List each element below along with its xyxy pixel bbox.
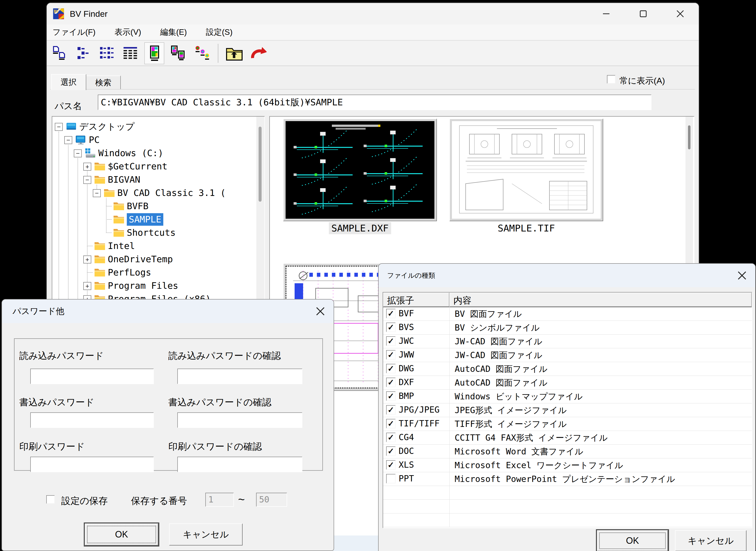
tree-item-sample[interactable]: SAMPLE	[52, 213, 264, 226]
tree-expander-minus-icon[interactable]: −	[74, 149, 82, 157]
tree-item-windows-c-[interactable]: −Windows (C:)	[52, 147, 264, 160]
tree-item-intel[interactable]: Intel	[52, 239, 264, 253]
tab-select[interactable]: 選択	[51, 74, 86, 90]
tree-item-shortcuts[interactable]: Shortcuts	[52, 226, 264, 239]
filetypes-cancel-button[interactable]: キャンセル	[675, 530, 746, 551]
tree-expander-plus-icon[interactable]: +	[83, 163, 91, 171]
password-input-2[interactable]	[30, 457, 154, 472]
filetype-checkbox-checked[interactable]: ✓	[386, 391, 396, 401]
menu-item-1[interactable]: 表示(V)	[113, 26, 143, 39]
filetype-row-jww[interactable]: ✓JWWJW-CAD 図面ファイル	[383, 348, 752, 362]
password-dialog-titlebar[interactable]: パスワード他	[2, 300, 334, 323]
save-number-to-input[interactable]: 50	[256, 493, 287, 507]
toolbar-view-thumbnails-large-icon[interactable]	[144, 42, 164, 64]
password-input-0[interactable]	[30, 369, 154, 384]
save-number-from-input[interactable]: 1	[205, 493, 234, 507]
column-header-description[interactable]: 内容	[449, 293, 752, 307]
tree-item-onedrivetemp[interactable]: +OneDriveTemp	[52, 253, 264, 266]
filetype-row-ppt[interactable]: PPTMicrosoft PowerPoint プレゼンテーションファイル	[383, 472, 752, 486]
tree-item--[interactable]: −デスクトップ	[52, 120, 264, 133]
filetype-checkbox-checked[interactable]: ✓	[386, 336, 396, 346]
filetype-row-jpg-jpeg[interactable]: ✓JPG/JPEGJPEG形式 イメージファイル	[383, 403, 752, 417]
filetype-row-doc[interactable]: ✓DOCMicrosoft Word 文書ファイル	[383, 444, 752, 458]
toolbar-folder-up-icon[interactable]	[225, 43, 244, 64]
filetype-description: Microsoft Word 文書ファイル	[455, 446, 583, 457]
tree-expander-minus-icon[interactable]: −	[64, 136, 72, 144]
filetype-row-bvs[interactable]: ✓BVSBV シンボルファイル	[383, 321, 752, 335]
save-settings-checkbox[interactable]	[46, 495, 55, 504]
toolbar-view-thumbnails-small-icon[interactable]	[192, 43, 211, 64]
toolbar-view-large-icons-icon[interactable]	[50, 43, 69, 64]
column-header-extension[interactable]: 拡張子	[383, 293, 449, 307]
menu-item-2[interactable]: 編集(E)	[159, 26, 189, 39]
thumbnail-card-sample.dxf[interactable]	[283, 119, 437, 221]
filetype-checkbox-checked[interactable]: ✓	[386, 419, 396, 428]
password-cancel-button[interactable]: キャンセル	[169, 523, 243, 545]
thumbnail-filename[interactable]: SAMPLE.TIF	[498, 223, 555, 234]
tree-item--getcurrent[interactable]: +$GetCurrent	[52, 160, 264, 173]
close-button[interactable]	[662, 3, 699, 25]
filetype-row-dxf[interactable]: ✓DXFAutoCAD 図面ファイル	[383, 376, 752, 390]
filetype-row-dwg[interactable]: ✓DWGAutoCAD 図面ファイル	[383, 362, 752, 376]
maximize-button[interactable]	[625, 3, 662, 25]
tree-expander-minus-icon[interactable]: −	[55, 123, 63, 131]
thumbnail-card-sample.tif[interactable]	[449, 119, 603, 221]
tree-expander-minus-icon[interactable]: −	[83, 176, 91, 184]
filetype-row-bvf[interactable]: ✓BVFBV 図面ファイル	[383, 307, 752, 321]
thumbnail-label[interactable]: SAMPLE.DXF	[283, 223, 437, 234]
filetype-checkbox-checked[interactable]: ✓	[386, 405, 396, 415]
tree-folder-icon	[94, 253, 106, 265]
column-divider	[449, 499, 450, 513]
filetype-checkbox-checked[interactable]: ✓	[386, 364, 396, 373]
filetype-row-jwc[interactable]: ✓JWCJW-CAD 図面ファイル	[383, 334, 752, 348]
filetype-row-tif-tiff[interactable]: ✓TIF/TIFFTIFF形式 イメージファイル	[383, 417, 752, 431]
minimize-button[interactable]	[588, 3, 625, 25]
filetypes-ok-button[interactable]: OK	[597, 530, 668, 551]
filetype-row-cg4[interactable]: ✓CG4CCITT G4 FAX形式 イメージファイル	[383, 431, 752, 445]
toolbar-go-red-arrow-icon[interactable]	[248, 43, 267, 64]
tree-item-bigvan[interactable]: −BIGVAN	[52, 173, 264, 186]
password-ok-button[interactable]: OK	[85, 523, 158, 545]
tree-expander-plus-icon[interactable]: +	[83, 282, 91, 290]
toolbar-view-thumbnails-medium-icon[interactable]	[169, 43, 188, 64]
filetype-row-empty-15	[383, 513, 752, 527]
filetype-checkbox-checked[interactable]: ✓	[386, 378, 396, 387]
titlebar[interactable]: BV BV Finder	[47, 3, 699, 25]
thumbnail-label[interactable]: SAMPLE.TIF	[449, 223, 603, 234]
filetype-row-bmp[interactable]: ✓BMPWindows ビットマップファイル	[383, 389, 752, 403]
menu-item-0[interactable]: ファイル(F)	[51, 26, 97, 39]
tree-item-bvfb[interactable]: BVFB	[52, 200, 264, 213]
toolbar-view-small-icons-icon[interactable]	[74, 43, 93, 64]
tree-item-program-files[interactable]: +Program Files	[52, 279, 264, 293]
filetype-checkbox-checked[interactable]: ✓	[386, 460, 396, 470]
tree-scrollbar-thumb[interactable]	[259, 127, 262, 202]
password-confirm-input-0[interactable]	[177, 369, 302, 384]
tab-search[interactable]: 検索	[86, 76, 121, 90]
password-confirm-input-1[interactable]	[177, 412, 302, 428]
path-input[interactable]: C:¥BIGVAN¥BV CAD Classic 3.1 (64bit版)¥SA…	[98, 95, 651, 110]
tree-expander-plus-icon[interactable]: +	[83, 255, 91, 263]
filetype-row-xls[interactable]: ✓XLSMicrosoft Excel ワークシートファイル	[383, 458, 752, 472]
filetypes-dialog-titlebar[interactable]: ファイルの種類	[379, 264, 755, 287]
password-input-1[interactable]	[30, 412, 154, 428]
tree-item-perflogs[interactable]: PerfLogs	[52, 266, 264, 279]
filetype-checkbox-checked[interactable]: ✓	[386, 323, 396, 332]
filetype-checkbox-checked[interactable]: ✓	[386, 433, 396, 442]
filetype-checkbox-unchecked[interactable]	[386, 474, 396, 483]
tree-item-bv-cad-classic-3-1-[interactable]: −BV CAD Classic 3.1 (	[52, 186, 264, 200]
filetype-checkbox-checked[interactable]: ✓	[386, 309, 396, 318]
filetype-checkbox-checked[interactable]: ✓	[386, 350, 396, 360]
password-dialog-close-icon[interactable]	[314, 305, 327, 318]
column-divider	[449, 431, 450, 444]
filetypes-dialog-close-icon[interactable]	[736, 269, 748, 282]
password-confirm-input-2[interactable]	[177, 457, 302, 472]
thumbnail-filename[interactable]: SAMPLE.DXF	[329, 222, 391, 234]
toolbar-view-list-icon[interactable]	[97, 43, 116, 64]
thumbnail-scrollbar-thumb[interactable]	[688, 125, 690, 149]
tree-expander-minus-icon[interactable]: −	[93, 189, 101, 197]
toolbar-view-details-icon[interactable]	[121, 43, 140, 64]
always-on-top-checkbox[interactable]	[607, 75, 615, 84]
tree-item-pc[interactable]: −PC	[52, 133, 264, 147]
menu-item-3[interactable]: 設定(S)	[204, 26, 234, 39]
filetype-checkbox-checked[interactable]: ✓	[386, 446, 396, 456]
